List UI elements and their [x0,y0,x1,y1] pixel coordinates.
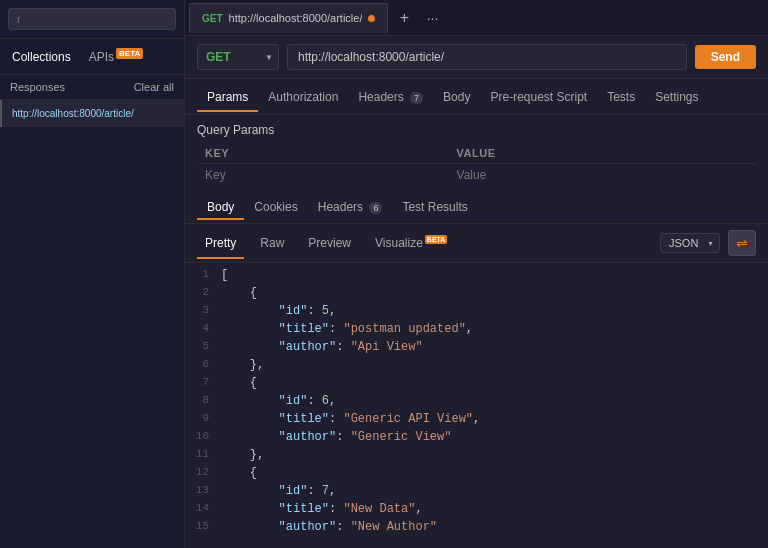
code-line: 5 "author": "Api View" [185,339,768,357]
sidebar-url-item[interactable]: http://localhost:8000/article/ [0,100,184,127]
line-content: { [221,376,257,390]
line-content: }, [221,358,264,372]
new-tab-button[interactable]: + [390,4,418,32]
code-line: 7 { [185,375,768,393]
tab-tests[interactable]: Tests [597,82,645,112]
tab-method-badge: GET [202,13,223,24]
line-content: "author": "New Author" [221,520,437,534]
line-content: "id": 6, [221,394,336,408]
sidebar-tabs: Collections APIsBETA [0,39,184,75]
line-content: }, [221,448,264,462]
code-line: 13 "id": 7, [185,483,768,501]
visualize-beta-badge: BETA [425,235,448,244]
tab-headers[interactable]: Headers 7 [348,82,433,112]
json-format-select[interactable]: JSON XML HTML Text [660,233,720,253]
line-content: [ [221,268,228,282]
query-params-title: Query Params [197,123,756,137]
line-number: 1 [185,268,221,280]
send-button[interactable]: Send [695,45,756,69]
line-number: 5 [185,340,221,352]
line-number: 15 [185,520,221,532]
line-content: "title": "New Data", [221,502,423,516]
line-number: 12 [185,466,221,478]
line-number: 6 [185,358,221,370]
url-input[interactable] [287,44,687,70]
more-tabs-button[interactable]: ··· [418,4,446,32]
line-content: "author": "Generic View" [221,430,451,444]
code-line: 11 }, [185,447,768,465]
sidebar-section-header: Responses Clear all [0,75,184,100]
json-format-wrapper: JSON XML HTML Text [660,233,720,253]
sidebar-tab-apis[interactable]: APIsBETA [85,43,148,70]
sidebar-tab-collections[interactable]: Collections [8,44,75,70]
fmt-tab-raw[interactable]: Raw [252,233,292,253]
line-number: 10 [185,430,221,442]
active-request-tab[interactable]: GET http://localhost:8000/article/ [189,3,388,33]
line-content: "id": 5, [221,304,336,318]
line-number: 11 [185,448,221,460]
key-column-header: KEY [197,143,449,164]
tab-authorization[interactable]: Authorization [258,82,348,112]
code-line: 6 }, [185,357,768,375]
tab-body[interactable]: Body [433,82,480,112]
res-tab-test-results[interactable]: Test Results [392,194,477,220]
responses-label: Responses [10,81,65,93]
request-bar: GET POST PUT DELETE PATCH Send [185,36,768,79]
sidebar-search-input[interactable] [8,8,176,30]
tab-prerequest[interactable]: Pre-request Script [480,82,597,112]
line-number: 9 [185,412,221,424]
method-select[interactable]: GET POST PUT DELETE PATCH [197,44,279,70]
code-line: 2 { [185,285,768,303]
line-content: { [221,466,257,480]
sidebar: Collections APIsBETA Responses Clear all… [0,0,185,548]
headers-badge: 7 [410,92,423,104]
main-panel: GET http://localhost:8000/article/ + ···… [185,0,768,548]
line-content: "author": "Api View" [221,340,423,354]
clear-all-button[interactable]: Clear all [134,81,174,93]
apis-beta-badge: BETA [116,48,143,59]
line-content: "title": "postman updated", [221,322,473,336]
code-line: 8 "id": 6, [185,393,768,411]
code-line: 4 "title": "postman updated", [185,321,768,339]
beautify-button[interactable]: ⇌ [728,230,756,256]
line-number: 13 [185,484,221,496]
request-tabs-nav: Params Authorization Headers 7 Body Pre-… [185,79,768,115]
code-line: 14 "title": "New Data", [185,501,768,519]
line-content: "id": 7, [221,484,336,498]
code-line: 10 "author": "Generic View" [185,429,768,447]
params-table: KEY VALUE [197,143,756,186]
params-section: Query Params KEY VALUE [185,115,768,190]
fmt-tab-preview[interactable]: Preview [300,233,359,253]
line-number: 14 [185,502,221,514]
param-value-input[interactable] [457,168,748,182]
sidebar-search-area [0,0,184,39]
line-content: "title": "Generic API View", [221,412,480,426]
res-tab-headers[interactable]: Headers 6 [308,194,393,220]
res-headers-badge: 6 [369,202,382,214]
code-line: 12 { [185,465,768,483]
fmt-tab-visualize[interactable]: VisualizeBETA [367,233,455,253]
url-path-label: http://localhost:8000/article/ [12,108,174,119]
res-tab-body[interactable]: Body [197,194,244,220]
code-line: 9 "title": "Generic API View", [185,411,768,429]
method-wrapper: GET POST PUT DELETE PATCH [197,44,279,70]
fmt-tab-pretty[interactable]: Pretty [197,233,244,253]
response-format-bar: Pretty Raw Preview VisualizeBETA JSON XM… [185,224,768,263]
line-number: 8 [185,394,221,406]
tab-unsaved-dot [368,15,375,22]
line-number: 7 [185,376,221,388]
code-area[interactable]: 1[2 {3 "id": 5,4 "title": "postman updat… [185,263,768,548]
line-number: 3 [185,304,221,316]
tab-url-label: http://localhost:8000/article/ [229,12,363,24]
res-tab-cookies[interactable]: Cookies [244,194,307,220]
value-column-header: VALUE [449,143,756,164]
code-line: 15 "author": "New Author" [185,519,768,537]
line-number: 2 [185,286,221,298]
param-key-input[interactable] [205,168,441,182]
code-line: 1[ [185,267,768,285]
tab-params[interactable]: Params [197,82,258,112]
line-content: { [221,286,257,300]
tab-bar: GET http://localhost:8000/article/ + ··· [185,0,768,36]
response-tabs-nav: Body Cookies Headers 6 Test Results [185,190,768,224]
tab-settings[interactable]: Settings [645,82,708,112]
